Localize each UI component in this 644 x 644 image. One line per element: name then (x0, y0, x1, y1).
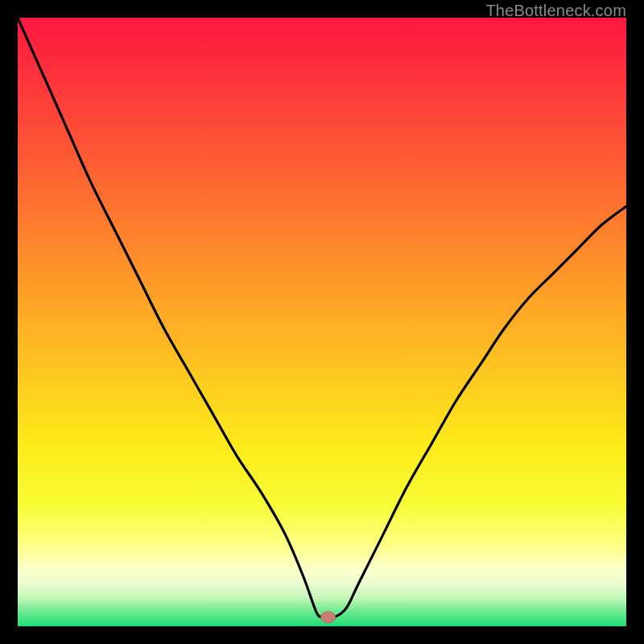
watermark-text: TheBottleneck.com (485, 2, 626, 20)
plot-area (18, 18, 626, 626)
optimal-point-marker (321, 612, 336, 623)
bottleneck-curve (18, 18, 626, 626)
chart-frame: TheBottleneck.com (0, 0, 644, 644)
